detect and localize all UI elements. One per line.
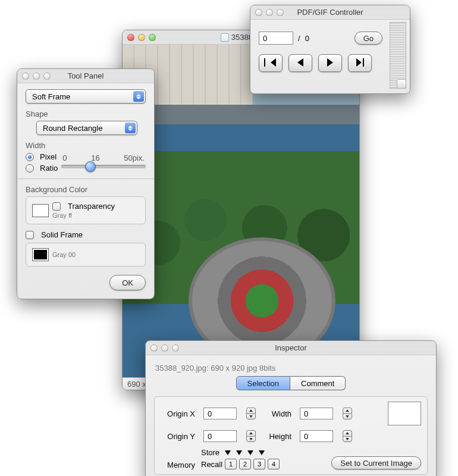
pixel-radio[interactable]: Pixel [26,152,58,161]
selection-preview [388,402,421,425]
zoom-icon[interactable] [43,73,51,80]
solid-frame-group: Gray 00 [26,243,146,267]
prev-button[interactable] [288,54,312,72]
zoom-icon[interactable] [277,9,284,16]
bg-color-group: Transparency Gray ff [26,196,146,224]
skip-end-icon [356,58,364,68]
ok-button[interactable]: OK [109,275,146,290]
play-reverse-icon [297,58,303,68]
solid-frame-checkbox[interactable]: Solid Frame [26,230,146,239]
width-input[interactable]: 0 [300,408,333,419]
skip-start-icon [268,58,274,68]
controller-titlebar[interactable]: PDF/GIF Controller [250,5,410,20]
tool-panel-window: Tool Panel Soft Frame Shape Round Rectan… [17,68,155,299]
recall-slot-1[interactable]: 1 [225,459,237,469]
selection-group: Origin X 0 Width 0 Origin Y 0 Height 0 M… [154,396,428,475]
inspector-file-info: 35388_920.jpg: 690 x 920 jpg 8bits [155,364,426,372]
store-slot-2[interactable] [236,450,242,455]
origin-x-label: Origin X [161,409,195,418]
pdf-gif-controller-window: PDF/GIF Controller 0 / 0 Go [250,5,410,94]
recall-slot-2[interactable]: 2 [239,459,251,469]
slider-max: 50pix. [124,154,145,162]
close-icon[interactable] [127,34,134,41]
store-slot-3[interactable] [247,450,253,455]
chevron-updown-icon [133,91,144,102]
height-label: Height [264,432,291,441]
mode-value: Soft Frame [32,92,70,101]
recall-slot-3[interactable]: 3 [253,459,265,469]
first-button[interactable] [259,54,283,72]
controller-side-gripper[interactable] [390,22,406,89]
minimize-icon[interactable] [266,9,273,16]
tool-panel-title: Tool Panel [54,71,149,80]
shape-popup[interactable]: Round Rectangle [36,121,137,135]
page-separator: / [298,34,300,43]
origin-y-label: Origin Y [161,432,195,441]
width-heading: Width [26,141,146,150]
bg-color-swatch[interactable] [32,204,49,217]
origin-x-stepper[interactable] [246,408,256,419]
chevron-updown-icon [125,123,136,133]
width-slider[interactable] [61,165,146,168]
store-slot-4[interactable] [259,450,265,455]
set-to-current-image-button[interactable]: Set to Current Image [331,456,421,469]
inspector-window: Inspector 35388_920.jpg: 690 x 920 jpg 8… [145,340,437,476]
recall-slot-4[interactable]: 4 [268,459,280,469]
shape-value: Round Rectangle [43,124,102,133]
recall-label: Recall [201,460,222,469]
inspector-titlebar[interactable]: Inspector [146,341,436,355]
image-content[interactable] [123,45,359,378]
store-label: Store [201,448,219,457]
minimize-icon[interactable] [161,345,168,352]
origin-y-input[interactable]: 0 [203,430,237,442]
bg-color-value: Gray ff [52,212,115,219]
height-input[interactable]: 0 [300,430,333,442]
mode-popup[interactable]: Soft Frame [26,89,146,104]
transparency-checkbox[interactable]: Transparency [52,202,115,211]
controller-title: PDF/GIF Controller [287,8,405,17]
ratio-radio[interactable]: Ratio [26,164,58,173]
zoom-icon[interactable] [149,34,156,41]
minimize-icon[interactable] [33,73,40,80]
next-button[interactable] [318,54,342,72]
origin-y-stepper[interactable] [246,430,256,442]
close-icon[interactable] [150,345,158,352]
height-stepper[interactable] [343,430,352,442]
page-input[interactable]: 0 [259,32,293,45]
last-button[interactable] [348,54,372,72]
tab-comment[interactable]: Comment [290,376,346,390]
play-icon [327,58,333,68]
slider-thumb[interactable] [85,161,96,172]
store-slot-1[interactable] [225,450,231,455]
page-total: 0 [305,34,309,43]
tool-panel-titlebar[interactable]: Tool Panel [17,69,154,83]
inspector-title: Inspector [183,343,431,352]
solid-color-value: Gray 00 [52,251,76,258]
width-stepper[interactable] [343,408,352,419]
zoom-icon[interactable] [172,345,179,352]
close-icon[interactable] [22,73,29,80]
document-proxy-icon [221,33,229,42]
inspector-tabs: Selection Comment [154,376,428,390]
bg-color-heading: Background Color [26,185,146,194]
tab-selection[interactable]: Selection [236,376,290,390]
shape-heading: Shape [26,109,146,118]
slider-min: 0 [62,154,67,162]
go-button[interactable]: Go [355,32,382,45]
origin-x-input[interactable]: 0 [203,408,237,419]
memory-label: Memory [161,461,195,469]
solid-color-swatch[interactable] [32,248,49,261]
minimize-icon[interactable] [138,34,145,41]
close-icon[interactable] [255,9,262,16]
width-label: Width [264,409,291,418]
